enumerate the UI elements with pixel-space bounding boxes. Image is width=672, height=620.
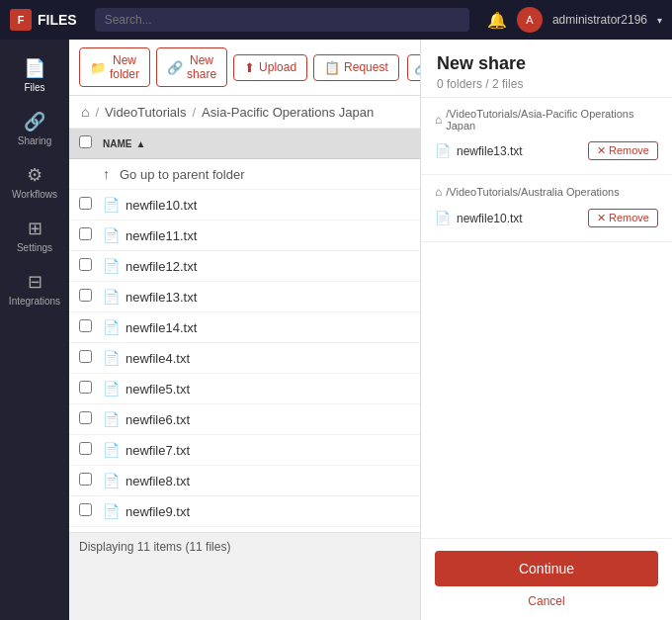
avatar[interactable]: A — [517, 7, 543, 33]
upload-label: Upload — [259, 60, 296, 74]
file-rows-container: 📄 newfile10.txt 📄 newfile11.txt 📄 newfil… — [69, 190, 420, 527]
sidebar-item-settings[interactable]: ⊞ Settings — [0, 210, 69, 261]
name-column-header[interactable]: NAME ▲ — [103, 138, 145, 149]
file-checkbox[interactable] — [79, 319, 92, 332]
row-checkbox-container — [79, 381, 103, 397]
more-actions-button[interactable]: 🔗 ▶ — [407, 54, 420, 81]
continue-button[interactable]: Continue — [435, 551, 658, 586]
file-browser: 📁 New folder 🔗 New share ⬆ Upload 📋 Requ… — [69, 40, 420, 620]
file-row[interactable]: 📄 newfile13.txt — [69, 282, 420, 312]
sidebar-label-files: Files — [24, 82, 44, 93]
remove-file-button[interactable]: ✕ Remove — [588, 141, 658, 160]
share-sections: ⌂/VideoTutorials/Asia-Pacific Operations… — [421, 98, 672, 242]
sidebar-item-workflows[interactable]: ⚙ Workflows — [0, 156, 69, 208]
sidebar-label-sharing: Sharing — [18, 135, 51, 146]
file-checkbox[interactable] — [79, 381, 92, 394]
file-checkbox[interactable] — [79, 258, 92, 271]
share-file-label: newfile13.txt — [457, 144, 523, 158]
file-name: newfile8.txt — [126, 474, 190, 488]
share-path-text: /VideoTutorials/Australia Operations — [446, 186, 619, 198]
file-checkbox[interactable] — [79, 227, 92, 240]
file-row[interactable]: 📄 newfile9.txt — [69, 496, 420, 527]
row-checkbox-container — [79, 442, 103, 458]
file-icon: 📄 — [103, 381, 120, 397]
row-checkbox-container — [79, 258, 103, 274]
search-input[interactable] — [95, 8, 469, 32]
file-checkbox[interactable] — [79, 350, 92, 363]
file-icon: 📄 — [103, 289, 120, 305]
file-icon: 📄 — [103, 350, 120, 366]
file-row[interactable]: 📄 newfile11.txt — [69, 221, 420, 251]
file-icon: 📄 — [103, 411, 120, 427]
empty-area — [69, 561, 420, 620]
file-row[interactable]: 📄 newfile5.txt — [69, 374, 420, 404]
upload-button[interactable]: ⬆ Upload — [233, 54, 307, 81]
sidebar-item-integrations[interactable]: ⊟ Integrations — [0, 263, 69, 314]
file-row[interactable]: 📄 newfile10.txt — [69, 190, 420, 221]
right-panel-header: New share 0 folders / 2 files — [421, 40, 672, 98]
breadcrumb: ⌂ / VideoTutorials / Asia-Pacific Operat… — [69, 96, 420, 129]
go-up-row[interactable]: ↑ Go up to parent folder — [69, 159, 420, 190]
file-name: newfile10.txt — [126, 198, 197, 213]
file-name: newfile5.txt — [126, 382, 190, 397]
select-all-checkbox[interactable] — [79, 135, 92, 148]
new-folder-label: New folder — [110, 53, 139, 81]
share-path-home-icon: ⌂ — [435, 113, 442, 127]
share-path: ⌂/VideoTutorials/Asia-Pacific Operations… — [435, 108, 658, 132]
go-up-icon: ↑ — [103, 166, 110, 182]
right-panel-spacer — [421, 242, 672, 538]
file-checkbox[interactable] — [79, 411, 92, 424]
sidebar-item-files[interactable]: 📄 Files — [0, 49, 69, 101]
share-file-icon: 📄 — [435, 143, 451, 158]
logo-icon: F — [10, 9, 32, 31]
right-panel-subtitle: 0 folders / 2 files — [437, 77, 656, 91]
share-file-row: 📄 newfile10.txt ✕ Remove — [435, 205, 658, 231]
share-path: ⌂/VideoTutorials/Australia Operations — [435, 185, 658, 199]
main-layout: 📄 Files 🔗 Sharing ⚙ Workflows ⊞ Settings… — [0, 40, 672, 620]
file-checkbox[interactable] — [79, 442, 92, 455]
app-logo: F FILES — [10, 9, 77, 31]
request-label: Request — [344, 60, 388, 74]
file-icon: 📄 — [103, 503, 120, 519]
file-checkbox[interactable] — [79, 197, 92, 210]
new-share-button[interactable]: 🔗 New share — [156, 47, 227, 87]
file-icon: 📄 — [103, 197, 120, 213]
file-checkbox[interactable] — [79, 503, 92, 516]
share-file-name: 📄 newfile10.txt — [435, 211, 523, 225]
notifications-icon[interactable]: 🔔 — [487, 11, 507, 30]
file-checkbox[interactable] — [79, 473, 92, 486]
remove-file-button[interactable]: ✕ Remove — [588, 209, 658, 227]
sidebar-label-settings: Settings — [17, 242, 52, 253]
sidebar-label-integrations: Integrations — [9, 296, 60, 307]
sidebar-label-workflows: Workflows — [12, 189, 57, 200]
file-icon: 📄 — [103, 319, 120, 335]
status-bar: Displaying 11 items (11 files) — [69, 532, 420, 561]
breadcrumb-item-1[interactable]: Asia-Pacific Operations Japan — [202, 105, 374, 120]
file-row[interactable]: 📄 newfile8.txt — [69, 466, 420, 496]
breadcrumb-home-icon[interactable]: ⌂ — [81, 104, 89, 120]
file-row[interactable]: 📄 newfile6.txt — [69, 404, 420, 435]
share-file-name: 📄 newfile13.txt — [435, 143, 523, 158]
breadcrumb-sep-2: / — [192, 105, 196, 120]
file-checkbox[interactable] — [79, 289, 92, 302]
file-row[interactable]: 📄 newfile7.txt — [69, 435, 420, 466]
new-folder-button[interactable]: 📁 New folder — [79, 47, 150, 87]
file-icon: 📄 — [103, 227, 120, 243]
file-row[interactable]: 📄 newfile12.txt — [69, 251, 420, 282]
right-panel-footer: Continue Cancel — [421, 538, 672, 620]
user-menu-chevron-icon[interactable]: ▾ — [657, 15, 662, 26]
file-row[interactable]: 📄 newfile14.txt — [69, 312, 420, 343]
toolbar: 📁 New folder 🔗 New share ⬆ Upload 📋 Requ… — [69, 40, 420, 96]
share-file-icon: 📄 — [435, 211, 451, 225]
file-row[interactable]: 📄 newfile4.txt — [69, 343, 420, 374]
sidebar-item-sharing[interactable]: 🔗 Sharing — [0, 103, 69, 154]
integrations-icon: ⊟ — [28, 271, 42, 293]
sidebar: 📄 Files 🔗 Sharing ⚙ Workflows ⊞ Settings… — [0, 40, 69, 620]
row-checkbox-container — [79, 197, 103, 213]
right-panel: New share 0 folders / 2 files ⌂/VideoTut… — [420, 40, 672, 620]
file-icon: 📄 — [103, 442, 120, 458]
cancel-link[interactable]: Cancel — [435, 594, 658, 608]
file-icon: 📄 — [103, 258, 120, 274]
request-button[interactable]: 📋 Request — [313, 54, 399, 81]
breadcrumb-item-0[interactable]: VideoTutorials — [105, 105, 186, 120]
